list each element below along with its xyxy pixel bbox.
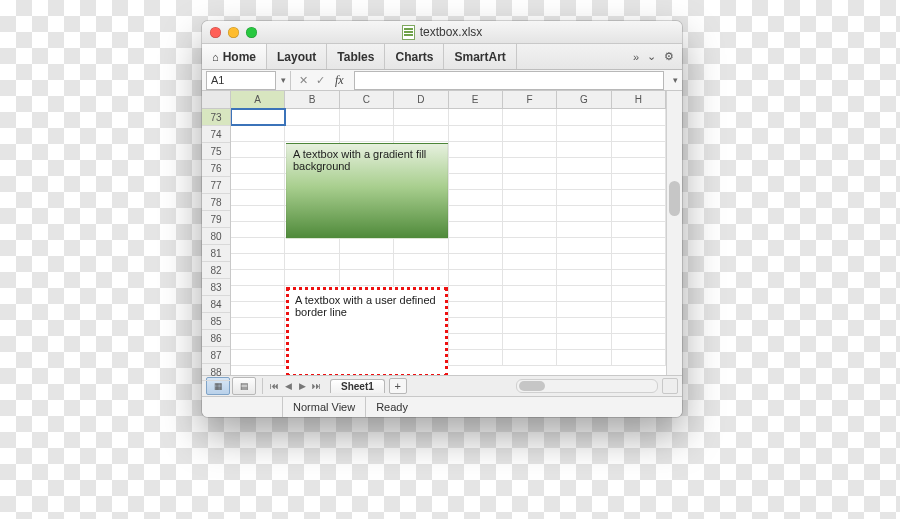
cell[interactable] [231,221,285,238]
cell[interactable] [612,221,666,238]
close-window-button[interactable] [210,27,221,38]
horizontal-scrollbar-thumb[interactable] [519,381,545,391]
cell[interactable] [231,141,285,158]
tab-charts[interactable]: Charts [385,44,444,69]
cell[interactable] [503,189,557,206]
cell[interactable] [231,269,285,286]
ribbon-collapse-button[interactable]: ⌄ [647,50,656,63]
cell[interactable] [285,237,339,254]
tab-tables[interactable]: Tables [327,44,385,69]
row-header[interactable]: 73 [202,109,230,126]
row-header[interactable]: 79 [202,211,230,228]
column-header[interactable]: F [503,91,557,108]
horizontal-scrollbar[interactable] [516,379,658,393]
cell[interactable] [612,173,666,190]
row-header[interactable]: 77 [202,177,230,194]
column-header[interactable]: H [612,91,666,108]
row-header[interactable]: 80 [202,228,230,245]
cell[interactable] [612,333,666,350]
cell[interactable] [231,349,285,366]
row-header[interactable]: 84 [202,296,230,313]
cell[interactable] [557,173,611,190]
row-header[interactable]: 81 [202,245,230,262]
cell[interactable] [503,205,557,222]
row-header[interactable]: 76 [202,160,230,177]
name-box[interactable]: A1 [206,71,276,90]
cell[interactable] [557,285,611,302]
minimize-window-button[interactable] [228,27,239,38]
vertical-scrollbar[interactable] [666,91,682,375]
cell[interactable] [394,125,448,142]
view-page-layout-button[interactable]: ▤ [232,377,256,395]
row-header[interactable]: 83 [202,279,230,296]
cell[interactable] [231,157,285,174]
cancel-formula-icon[interactable]: ✕ [299,74,308,87]
cell[interactable] [449,333,503,350]
cell[interactable] [394,237,448,254]
cell[interactable] [557,189,611,206]
row-header[interactable]: 85 [202,313,230,330]
cell[interactable] [231,317,285,334]
column-header[interactable]: D [394,91,448,108]
cell[interactable] [340,269,394,286]
cell[interactable] [449,317,503,334]
column-header[interactable]: G [557,91,611,108]
cell[interactable] [612,125,666,142]
sheet-nav-next-icon[interactable]: ▶ [297,381,308,391]
cell[interactable] [231,333,285,350]
row-header[interactable]: 75 [202,143,230,160]
cell[interactable] [557,333,611,350]
grid[interactable]: ABCDEFGH A textbox with a gradient fill … [231,91,666,375]
zoom-window-button[interactable] [246,27,257,38]
cell[interactable] [449,221,503,238]
column-header[interactable]: E [449,91,503,108]
cell[interactable] [231,301,285,318]
ribbon-overflow-button[interactable]: » [633,51,639,63]
cell[interactable] [503,173,557,190]
cell[interactable] [285,109,339,126]
cell[interactable] [285,253,339,270]
cell[interactable] [449,141,503,158]
cell[interactable] [557,269,611,286]
cell[interactable] [612,269,666,286]
cell[interactable] [231,125,285,142]
cell[interactable] [449,125,503,142]
cell[interactable] [557,237,611,254]
cell[interactable] [612,237,666,254]
name-box-dropdown-icon[interactable]: ▾ [276,71,291,90]
cell[interactable] [231,205,285,222]
sheet-nav-prev-icon[interactable]: ◀ [283,381,294,391]
cell[interactable] [503,141,557,158]
row-header[interactable]: 88 [202,364,230,381]
row-header[interactable]: 74 [202,126,230,143]
column-header[interactable]: C [340,91,394,108]
cell[interactable] [449,109,503,126]
cell[interactable] [449,157,503,174]
cell[interactable] [612,205,666,222]
cell[interactable] [449,285,503,302]
tab-smartart[interactable]: SmartArt [444,44,516,69]
sheet-nav-first-icon[interactable]: ⏮ [269,381,280,391]
formula-input[interactable] [354,71,664,90]
cell[interactable] [503,317,557,334]
cell[interactable] [503,349,557,366]
cell[interactable] [612,301,666,318]
cell[interactable] [340,109,394,126]
cell[interactable] [503,285,557,302]
cell[interactable] [503,221,557,238]
tab-home[interactable]: ⌂ Home [202,44,267,69]
cell[interactable] [394,269,448,286]
cell[interactable] [231,285,285,302]
cell[interactable] [612,349,666,366]
cell[interactable] [557,221,611,238]
cell[interactable] [503,333,557,350]
cells-area[interactable]: A textbox with a gradient fill backgroun… [231,109,666,365]
vertical-scrollbar-thumb[interactable] [669,181,680,216]
cell[interactable] [557,109,611,126]
sheet-nav-last-icon[interactable]: ⏭ [311,381,322,391]
formula-bar-expand-icon[interactable]: ▾ [668,75,682,85]
cell[interactable] [340,253,394,270]
cell[interactable] [394,253,448,270]
row-header[interactable]: 87 [202,347,230,364]
cell[interactable] [612,109,666,126]
